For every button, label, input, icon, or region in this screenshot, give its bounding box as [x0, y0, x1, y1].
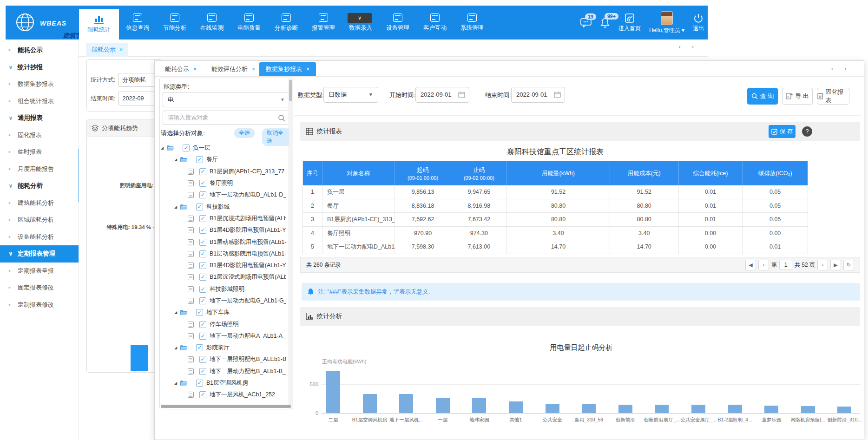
- checkbox-checked[interactable]: ✓: [183, 144, 190, 151]
- chart-bar[interactable]: [618, 405, 632, 413]
- tree-expand-icon[interactable]: ◢: [174, 158, 179, 162]
- home-button[interactable]: 进入首页: [618, 13, 641, 33]
- checkbox-checked[interactable]: ✓: [199, 297, 206, 304]
- checkbox-checked[interactable]: ✓: [199, 191, 206, 198]
- tree-node[interactable]: ✓B1层沉浸式剧场用电预留(ALb1-Y: [160, 213, 286, 224]
- page-input[interactable]: 1: [779, 260, 792, 270]
- sidebar-item-9[interactable]: ∨能耗分析: [0, 177, 79, 195]
- data-type-select[interactable]: 日数据▼: [323, 87, 378, 103]
- checkbox-checked[interactable]: ✓: [196, 309, 203, 316]
- sidebar-item-2[interactable]: ∨统计抄报: [0, 59, 79, 76]
- close-icon[interactable]: ×: [193, 66, 197, 72]
- chart-bar[interactable]: [764, 406, 778, 413]
- checkbox-checked[interactable]: ✓: [199, 262, 206, 269]
- tree-node[interactable]: ✓B1层4D影院用电预留(ALb1-YY(4: [160, 260, 286, 271]
- chart-bar[interactable]: [655, 405, 669, 413]
- export-button[interactable]: x 导 出: [782, 88, 813, 105]
- search-input[interactable]: 请输入搜索对象: [163, 111, 290, 125]
- close-icon[interactable]: ×: [252, 66, 255, 72]
- tree-node[interactable]: ✓停车场照明: [160, 318, 286, 330]
- nav-item-3[interactable]: 节能分析: [156, 6, 193, 39]
- checkbox-checked[interactable]: ✓: [199, 274, 206, 281]
- checkbox-checked[interactable]: ✓: [196, 380, 203, 387]
- tree-expand-icon[interactable]: ◢: [174, 205, 179, 209]
- refresh-icon[interactable]: ↻: [843, 260, 854, 270]
- chart-bar[interactable]: [582, 404, 596, 413]
- checkbox-checked[interactable]: ✓: [199, 168, 206, 175]
- nav-item-7[interactable]: 报警管理: [305, 6, 342, 39]
- stat-mode-select[interactable]: 分项能耗: [118, 73, 155, 87]
- last-page-button[interactable]: ▶: [830, 260, 841, 270]
- sidebar-item-4[interactable]: •组合统计报表: [0, 93, 79, 110]
- tree-node[interactable]: ✓地下一层动力配电B_ALb1-B_267: [160, 366, 286, 377]
- tree-node[interactable]: ✓B1层4D影院用电预留(ALb1-YY(4: [160, 224, 286, 236]
- checkbox-checked[interactable]: ✓: [199, 227, 206, 234]
- tree-expand-icon[interactable]: ◢: [174, 346, 179, 350]
- end-date-input[interactable]: 2022-09-01: [511, 87, 565, 103]
- alerts-bell-icon[interactable]: 99+: [600, 18, 610, 28]
- checkbox-checked[interactable]: ✓: [199, 239, 206, 246]
- chart-bar[interactable]: [728, 405, 742, 413]
- nav-item-9[interactable]: 设备管理: [379, 6, 416, 39]
- prev-page-button[interactable]: ‹: [758, 260, 769, 270]
- end-time-input[interactable]: 2022-09: [118, 92, 155, 105]
- tree-node[interactable]: ✓餐厅照明: [160, 177, 286, 189]
- sidebar-item-13[interactable]: ∨定期报表管理: [0, 245, 79, 263]
- tree-node[interactable]: ◢✓负一层: [160, 142, 286, 154]
- sidebar-item-7[interactable]: •临时报表: [0, 144, 79, 161]
- sidebar-item-16[interactable]: •定制报表修改: [0, 296, 79, 314]
- window-tab-1[interactable]: 能耗公示×: [158, 62, 203, 76]
- close-icon[interactable]: ×: [119, 46, 123, 53]
- nav-item-2[interactable]: 信息查询: [119, 6, 156, 39]
- tree-node[interactable]: ◢✓B1层空调风机房: [160, 377, 286, 389]
- outer-tab-energy-publicity[interactable]: 能耗公示 ×: [86, 43, 128, 57]
- tree-node[interactable]: ✓地下一层风机_ACb1_252: [160, 389, 286, 401]
- tree-node[interactable]: ✓B1层动感影院用电预留(ALb1-YY: [160, 236, 286, 248]
- tree-node[interactable]: ✓地下一层动力配电D_ALb1-D_242: [160, 189, 286, 201]
- sidebar-item-3[interactable]: •数据集抄报表: [0, 76, 79, 93]
- tree-vertical-scrollbar[interactable]: [289, 78, 293, 409]
- select-all-button[interactable]: 全选: [234, 128, 255, 138]
- tree-horizontal-scrollbar[interactable]: [161, 405, 291, 408]
- sidebar-item-5[interactable]: ∨通用报表: [0, 110, 79, 127]
- tab-scroll-arrows[interactable]: ‹ ›: [831, 65, 851, 72]
- tree-expand-icon[interactable]: ◢: [161, 146, 165, 150]
- tree-node[interactable]: ✓科技影城照明: [160, 283, 286, 295]
- tree-node[interactable]: ◢✓影院前厅: [160, 342, 286, 354]
- sidebar-item-6[interactable]: •固化报表: [0, 127, 79, 144]
- messages-icon[interactable]: 19: [580, 18, 592, 27]
- first-page-button[interactable]: ◀: [745, 260, 756, 270]
- tree-node[interactable]: ◢✓科技影城: [160, 201, 286, 212]
- sidebar-item-10[interactable]: •建筑能耗分析: [0, 195, 79, 212]
- nav-item-5[interactable]: 电能质量: [230, 6, 268, 39]
- nav-item-6[interactable]: 分析诊断: [268, 6, 305, 39]
- checkbox-checked[interactable]: ✓: [199, 391, 206, 398]
- tree-node[interactable]: ✓地下一层照明配电C_ALEb1-C_26: [160, 401, 286, 403]
- nav-item-4[interactable]: 在线监测: [193, 6, 230, 39]
- chart-bar[interactable]: [326, 371, 340, 413]
- save-button[interactable]: 保 存: [769, 125, 796, 138]
- close-icon[interactable]: ×: [306, 66, 309, 72]
- sidebar-item-12[interactable]: •设备能耗分析: [0, 229, 79, 246]
- next-page-button[interactable]: ›: [817, 260, 828, 270]
- chart-bar[interactable]: [546, 404, 559, 413]
- tree-expand-icon[interactable]: ◢: [174, 310, 179, 315]
- tree-node[interactable]: ◢✓地下车库: [160, 307, 286, 318]
- tab-scroll-arrows[interactable]: ‹ ›: [679, 43, 698, 50]
- sidebar-item-1[interactable]: •能耗公示: [0, 42, 79, 59]
- checkbox-checked[interactable]: ✓: [199, 250, 206, 257]
- solidify-report-button[interactable]: 固化报表: [817, 88, 849, 105]
- tree-node[interactable]: ✓B1层沉浸式剧场用电预留(ALb1-Y: [160, 271, 286, 283]
- table-row[interactable]: 1负一层9,856.139,947.6591.5291.520.010.05: [303, 185, 808, 199]
- tree-expand-icon[interactable]: ◢: [174, 381, 179, 385]
- checkbox-checked[interactable]: ✓: [196, 156, 203, 163]
- checkbox-checked[interactable]: ✓: [199, 333, 206, 340]
- user-menu[interactable]: Hello,管理员 ▾: [649, 11, 684, 34]
- query-button[interactable]: 查 询: [747, 88, 778, 105]
- nav-item-1[interactable]: 能耗统计: [79, 9, 119, 39]
- window-tab-2[interactable]: 能效评估分析×: [205, 62, 262, 76]
- checkbox-checked[interactable]: ✓: [199, 286, 206, 293]
- checkbox-checked[interactable]: ✓: [196, 204, 203, 210]
- chart-bar[interactable]: [837, 407, 851, 413]
- checkbox-checked[interactable]: ✓: [199, 180, 206, 187]
